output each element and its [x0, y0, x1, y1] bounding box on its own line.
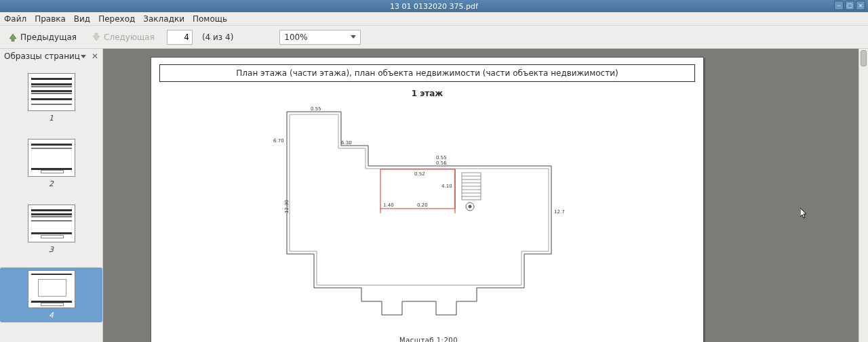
sidebar: Образцы страниц ✕ 1 [0, 49, 103, 342]
svg-text:6.70: 6.70 [273, 138, 284, 144]
svg-text:1.40: 1.40 [383, 202, 394, 208]
thumbnail-label: 3 [49, 245, 54, 254]
menu-view[interactable]: Вид [74, 14, 90, 24]
svg-text:4.10: 4.10 [441, 184, 452, 189]
mouse-cursor-icon [800, 208, 808, 220]
close-button[interactable]: × [856, 1, 865, 10]
page-number-input[interactable] [167, 30, 193, 45]
maximize-button[interactable]: ▢ [845, 1, 854, 10]
floor-label: 1 этаж [151, 89, 703, 98]
minimize-button[interactable]: ‒ [834, 1, 844, 10]
thumbnail-3[interactable]: 3 [0, 202, 102, 257]
svg-text:0.55: 0.55 [311, 106, 321, 112]
menu-help[interactable]: Помощь [193, 14, 227, 24]
chevron-down-icon [351, 35, 356, 39]
sidebar-close-icon[interactable]: ✕ [92, 51, 98, 61]
svg-text:6.30: 6.30 [341, 140, 352, 146]
svg-text:0.56: 0.56 [436, 161, 447, 166]
next-page-button: Следующая [89, 30, 157, 44]
thumbnail-2[interactable]: 2 [0, 136, 102, 191]
toolbar: Предыдущая Следующая (4 из 4) 100% [0, 26, 868, 49]
arrow-down-icon [92, 33, 101, 42]
window-titlebar: 13 01 0132020 375.pdf ‒ ▢ × [0, 0, 868, 12]
zoom-value: 100% [284, 33, 307, 42]
svg-point-9 [469, 205, 471, 208]
thumbnail-list: 1 2 3 [0, 64, 102, 342]
scrollbar-thumb[interactable] [861, 50, 867, 66]
thumbnail-label: 2 [49, 179, 54, 188]
svg-text:0.55: 0.55 [436, 155, 447, 161]
svg-text:12.70: 12.70 [554, 209, 565, 215]
svg-text:12.30: 12.30 [284, 200, 290, 213]
thumbnail-label: 4 [49, 311, 54, 320]
thumbnail-label: 1 [49, 114, 54, 123]
menu-go[interactable]: Переход [98, 14, 135, 24]
vertical-scrollbar[interactable] [859, 49, 868, 342]
arrow-up-icon [8, 33, 18, 42]
sidebar-title: Образцы страниц [4, 51, 80, 61]
scale-label: Масштаб 1:200 [399, 337, 458, 342]
page-header: План этажа (части этажа), план объекта н… [159, 64, 695, 82]
document-view[interactable]: План этажа (части этажа), план объекта н… [103, 49, 868, 342]
window-title: 13 01 0132020 375.pdf [390, 2, 478, 11]
window-controls: ‒ ▢ × [834, 1, 865, 10]
thumbnail-1[interactable]: 1 [0, 70, 102, 125]
pdf-page: План этажа (части этажа), план объекта н… [151, 57, 704, 342]
prev-page-button[interactable]: Предыдущая [5, 30, 79, 44]
svg-text:0.20: 0.20 [417, 202, 428, 208]
menu-bar: Файл Правка Вид Переход Закладки Помощь [0, 12, 868, 26]
sidebar-dropdown-icon[interactable] [81, 55, 86, 58]
svg-text:0.52: 0.52 [414, 171, 425, 177]
prev-page-label: Предыдущая [20, 33, 77, 42]
menu-file[interactable]: Файл [4, 14, 26, 24]
sidebar-header: Образцы страниц ✕ [0, 49, 102, 64]
floor-plan: 6.70 6.30 12.30 12.70 4.10 1.40 0.55 0.5… [273, 98, 565, 328]
menu-edit[interactable]: Правка [35, 14, 66, 24]
next-page-label: Следующая [104, 33, 155, 42]
thumbnail-4[interactable]: 4 [0, 268, 102, 322]
menu-bookmarks[interactable]: Закладки [143, 14, 184, 24]
zoom-select[interactable]: 100% [279, 30, 361, 45]
page-count-label: (4 из 4) [202, 33, 233, 42]
